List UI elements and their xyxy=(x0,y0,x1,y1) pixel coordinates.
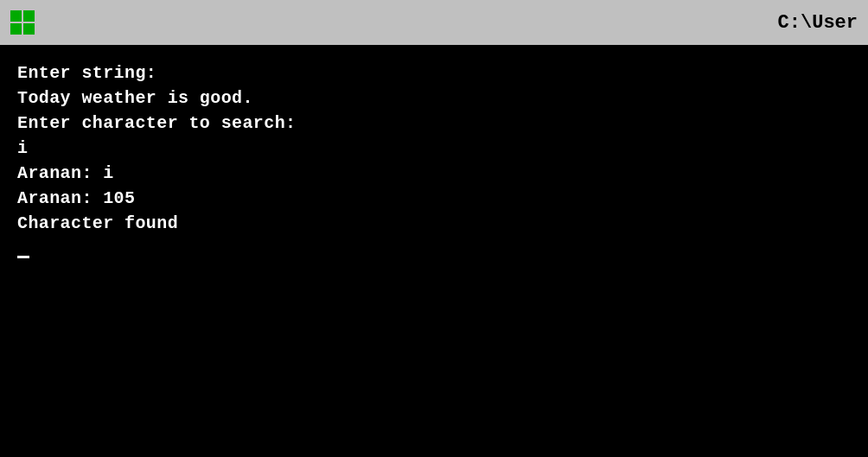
window-path: C:\User xyxy=(778,12,858,34)
console-line-5: Aranan: i xyxy=(17,161,851,186)
console-line-2: Today weather is good. xyxy=(17,86,851,111)
console-line-6: Aranan: 105 xyxy=(17,186,851,211)
console-cursor-line xyxy=(17,236,851,261)
cursor-blink xyxy=(17,256,29,258)
title-bar: C:\User xyxy=(0,0,868,45)
console-line-7: Character found xyxy=(17,211,851,236)
console-line-3: Enter character to search: xyxy=(17,111,851,136)
title-bar-left xyxy=(10,10,35,35)
cmd-icon xyxy=(10,10,35,35)
console-line-1: Enter string: xyxy=(17,60,851,86)
console-output[interactable]: Enter string: Today weather is good. Ent… xyxy=(0,45,868,457)
cmd-window: C:\User Enter string: Today weather is g… xyxy=(0,0,868,457)
console-line-4: i xyxy=(17,136,851,161)
